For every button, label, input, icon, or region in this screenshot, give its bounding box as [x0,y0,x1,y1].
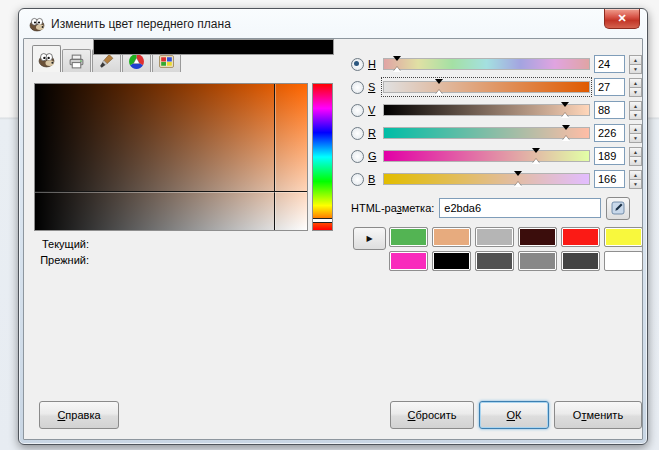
v-spinner[interactable]: ▲▼ [629,101,642,119]
right-arrow-icon: ▶ [366,234,372,243]
h-value-input[interactable] [594,55,625,73]
printer-icon [68,53,85,70]
eyedropper-button[interactable] [606,197,630,220]
radio-s[interactable] [351,81,364,94]
help-button[interactable]: Справка [39,401,119,429]
v-value-input[interactable] [594,101,625,119]
dialog-body: Текущий: Прежний: H ▲▼ S ▲▼ [23,38,643,440]
html-notation-input[interactable] [439,198,601,218]
color-square[interactable] [34,83,308,231]
v-slider[interactable] [383,102,590,118]
channel-label-g: G [368,150,379,162]
html-notation-row: HTML-разметка: [351,197,642,219]
crosshair-horizontal[interactable] [35,191,307,192]
h-slider[interactable] [383,56,590,72]
color-dialog-window: Изменить цвет переднего плана ✕ [18,8,648,445]
paintbrush-icon [98,53,115,70]
channel-label-r: R [368,127,379,139]
swatch-green[interactable] [389,227,428,247]
swatch-lightgray[interactable] [475,227,514,247]
slider-row-r: R ▲▼ [351,123,642,143]
b-spinner[interactable]: ▲▼ [629,170,642,188]
v-slider-track [383,104,590,116]
channel-label-v: V [368,104,379,116]
g-slider[interactable] [383,148,590,164]
html-notation-label: HTML-разметка: [351,202,434,214]
tab-cmyk-selector[interactable] [62,49,91,72]
g-spinner[interactable]: ▲▼ [629,147,642,165]
swatch-charcoal[interactable] [561,251,600,271]
previous-color-label: Прежний: [24,254,89,266]
s-slider[interactable] [383,79,590,95]
slider-row-s: S ▲▼ [351,77,642,97]
radio-b[interactable] [351,173,364,186]
color-square-shade [35,84,307,230]
ok-button[interactable]: ОК [479,401,549,429]
crosshair-vertical[interactable] [274,84,275,230]
radio-g[interactable] [351,150,364,163]
previous-color-bar[interactable] [93,39,334,55]
swatch-gray[interactable] [518,251,557,271]
swatch-yellow[interactable] [604,227,643,247]
history-arrow-button[interactable]: ▶ [353,227,386,250]
color-wheel-icon [128,53,145,70]
r-spinner[interactable]: ▲▼ [629,124,642,142]
hue-marker[interactable] [313,218,332,223]
g-value-input[interactable] [594,147,625,165]
s-slider-track [383,81,590,93]
swatch-white[interactable] [604,251,643,271]
channel-label-s: S [368,81,379,93]
gimp-wilber-icon [29,16,45,32]
s-spinner[interactable]: ▲▼ [629,78,642,96]
eyedropper-icon [611,201,625,215]
slider-row-h: H ▲▼ [351,54,642,74]
hue-strip[interactable] [312,83,333,231]
swatch-maroon[interactable] [518,227,557,247]
history-swatches [389,227,643,271]
r-value-input[interactable] [594,124,625,142]
swatch-magenta[interactable] [389,251,428,271]
g-slider-track [383,150,590,162]
wilber-icon [38,51,55,68]
r-slider[interactable] [383,125,590,141]
r-slider-track [383,127,590,139]
h-slider-track [383,58,590,70]
swatch-red[interactable] [561,227,600,247]
swatch-peach[interactable] [432,227,471,247]
current-color-label: Текущий: [24,238,89,250]
radio-v[interactable] [351,104,364,117]
h-spinner[interactable]: ▲▼ [629,55,642,73]
swatch-darkgray[interactable] [475,251,514,271]
slider-row-v: V ▲▼ [351,100,642,120]
channel-label-b: B [368,173,379,185]
channel-label-h: H [368,58,379,70]
swatch-black[interactable] [432,251,471,271]
palette-icon [158,53,175,70]
slider-row-b: B ▲▼ [351,169,642,189]
reset-button[interactable]: Сбросить [390,401,474,429]
b-slider[interactable] [383,171,590,187]
radio-r[interactable] [351,127,364,140]
b-value-input[interactable] [594,170,625,188]
cancel-button[interactable]: Отменить [554,401,642,429]
close-button[interactable]: ✕ [604,9,640,29]
titlebar[interactable]: Изменить цвет переднего плана [19,9,647,38]
slider-row-g: G ▲▼ [351,146,642,166]
b-slider-track [383,173,590,185]
radio-h[interactable] [351,58,364,71]
s-value-input[interactable] [594,78,625,96]
tab-gimp-selector[interactable] [32,45,61,72]
window-title: Изменить цвет переднего плана [51,17,231,31]
hue-gradient [313,84,332,230]
